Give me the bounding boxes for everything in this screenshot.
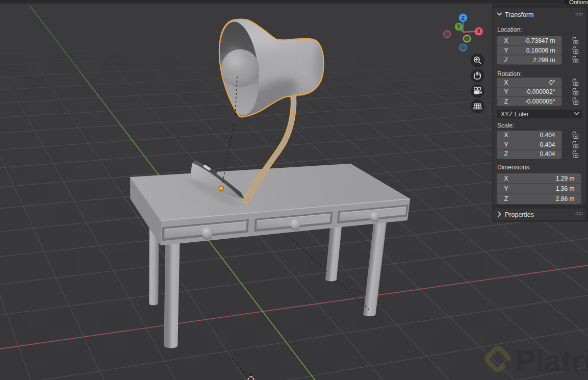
svg-text:Z: Z <box>504 57 508 64</box>
svg-text:Y: Y <box>504 47 508 54</box>
svg-text:X: X <box>504 79 508 86</box>
svg-text:Y: Y <box>504 88 508 95</box>
svg-text:0.404: 0.404 <box>540 150 555 158</box>
svg-text:-0.73847 m: -0.73847 m <box>524 37 555 44</box>
svg-text:2.299 m: 2.299 m <box>533 57 555 64</box>
svg-text:Y: Y <box>504 185 508 192</box>
svg-text:XYZ Euler: XYZ Euler <box>501 111 529 118</box>
svg-text:1.36 m: 1.36 m <box>556 185 575 192</box>
svg-text:X: X <box>504 175 508 182</box>
svg-text:0.404: 0.404 <box>540 132 555 139</box>
svg-text:Scale:: Scale: <box>497 122 514 129</box>
svg-text:Z: Z <box>462 15 465 21</box>
svg-text:0°: 0° <box>549 79 555 86</box>
svg-text:-0.000002°: -0.000002° <box>525 88 555 95</box>
svg-text:Properties: Properties <box>505 211 534 218</box>
svg-text:Y: Y <box>457 23 461 30</box>
svg-text:Transform: Transform <box>505 11 534 18</box>
svg-text:1.29 m: 1.29 m <box>556 175 575 182</box>
svg-text:Z: Z <box>504 195 508 202</box>
svg-text:Z: Z <box>504 98 508 105</box>
svg-text:X: X <box>504 132 508 139</box>
svg-text:0.16006 m: 0.16006 m <box>526 47 555 54</box>
svg-text:Platri: Platri <box>515 344 588 378</box>
svg-text:Y: Y <box>504 141 508 148</box>
svg-text:X: X <box>504 37 508 44</box>
svg-text:-0.000005°: -0.000005° <box>525 98 555 105</box>
svg-text:Z: Z <box>504 150 508 158</box>
svg-text:2.86 m: 2.86 m <box>556 195 575 202</box>
svg-text:Dimensions:: Dimensions: <box>497 164 531 171</box>
svg-text:X: X <box>477 28 480 34</box>
svg-text:Location:: Location: <box>497 26 522 33</box>
svg-text:Rotation:: Rotation: <box>497 70 522 78</box>
svg-text:0.404: 0.404 <box>540 141 555 148</box>
